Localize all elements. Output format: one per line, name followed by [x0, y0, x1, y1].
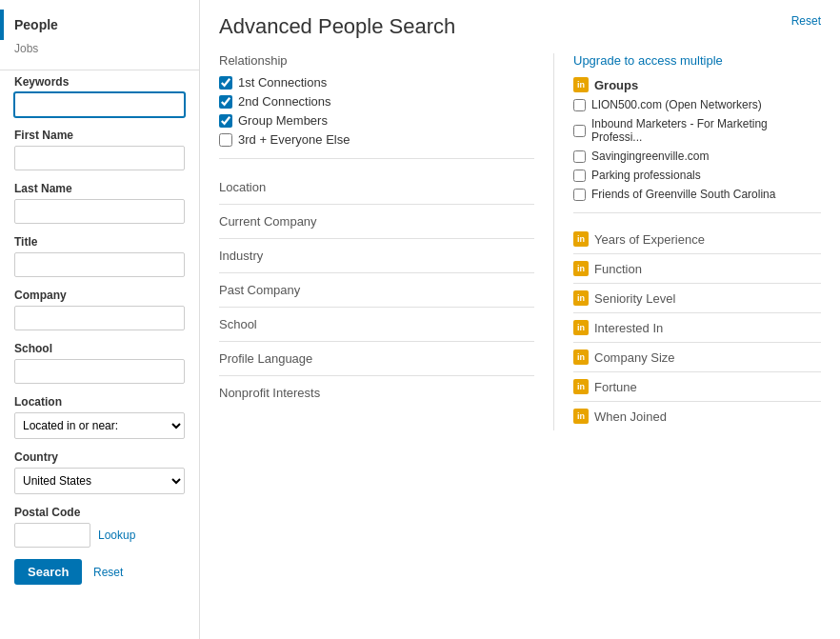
postal-row: Lookup [14, 523, 185, 548]
keywords-input[interactable] [14, 92, 185, 117]
when-joined-badge: in [573, 409, 589, 424]
search-form: Keywords First Name Last Name Title Comp… [0, 75, 199, 585]
title-group: Title [14, 235, 185, 277]
reset-button-bottom[interactable]: Reset [93, 566, 123, 579]
filter-past-company[interactable]: Past Company [219, 273, 534, 308]
years-exp-label: Years of Experience [594, 232, 705, 247]
checkbox-1st-label: 1st Connections [238, 75, 327, 90]
premium-fortune[interactable]: in Fortune [573, 372, 821, 402]
lastname-input[interactable] [14, 199, 185, 224]
checkbox-3rd-input[interactable] [219, 133, 232, 147]
years-exp-badge: in [573, 231, 589, 247]
checkbox-3rd-label: 3rd + Everyone Else [238, 132, 350, 147]
groups-in-badge: in [573, 77, 589, 92]
page-title: Advanced People Search [219, 14, 455, 39]
country-group: Country United StatesCanadaUnited Kingdo… [14, 450, 185, 494]
group-inbound-checkbox[interactable] [573, 125, 586, 137]
right-column: Upgrade to access multiple in Groups LIO… [554, 53, 821, 430]
filter-current-company[interactable]: Current Company [219, 205, 534, 239]
content-columns: Relationship 1st Connections 2nd Connect… [219, 53, 821, 430]
checkbox-group: Group Members [219, 113, 534, 128]
filter-location[interactable]: Location [219, 170, 534, 205]
title-input[interactable] [14, 252, 185, 277]
group-lion500: LION500.com (Open Networkers) [573, 98, 821, 111]
group-parking-label: Parking professionals [591, 169, 701, 182]
company-size-label: Company Size [594, 350, 675, 365]
premium-interested-in[interactable]: in Interested In [573, 313, 821, 343]
main-header: Advanced People Search Reset [219, 14, 821, 39]
function-label: Function [594, 262, 642, 276]
group-friends-greenville-label: Friends of Greenville South Carolina [591, 188, 775, 201]
premium-seniority[interactable]: in Seniority Level [573, 284, 821, 313]
interested-label: Interested In [594, 321, 663, 335]
location-group: Location Located in or near: [14, 395, 185, 439]
checkbox-3rd: 3rd + Everyone Else [219, 132, 534, 147]
upgrade-link[interactable]: Upgrade to access multiple [573, 53, 821, 68]
reset-link[interactable]: Reset [791, 14, 821, 28]
group-inbound-label: Inbound Marketers - For Marketing Profes… [591, 117, 821, 144]
filter-profile-language[interactable]: Profile Language [219, 342, 534, 376]
sidebar: People Jobs Keywords First Name Last Nam… [0, 0, 200, 639]
group-lion500-label: LION500.com (Open Networkers) [591, 98, 762, 111]
group-friends-greenville-checkbox[interactable] [573, 189, 586, 201]
school-input[interactable] [14, 359, 185, 384]
lookup-link[interactable]: Lookup [98, 529, 135, 542]
function-badge: in [573, 261, 589, 276]
fortune-badge: in [573, 379, 589, 394]
search-button[interactable]: Search [14, 559, 82, 585]
section-divider-right [573, 212, 821, 213]
filter-current-company-label: Current Company [219, 214, 317, 229]
country-label: Country [14, 450, 185, 464]
filter-location-label: Location [219, 180, 266, 194]
filter-school-label: School [219, 317, 257, 331]
section-divider-1 [219, 158, 534, 159]
group-friends-greenville: Friends of Greenville South Carolina [573, 188, 821, 201]
sidebar-people-label: People [14, 17, 58, 32]
left-column: Relationship 1st Connections 2nd Connect… [219, 53, 554, 430]
filter-nonprofit[interactable]: Nonprofit Interests [219, 376, 534, 409]
postal-label: Postal Code [14, 506, 185, 519]
premium-years-exp[interactable]: in Years of Experience [573, 225, 821, 254]
checkbox-group-label: Group Members [238, 113, 328, 128]
keywords-label: Keywords [14, 75, 185, 89]
checkbox-2nd-input[interactable] [219, 95, 232, 109]
filter-school[interactable]: School [219, 308, 534, 342]
company-group: Company [14, 289, 185, 330]
location-select[interactable]: Located in or near: [14, 412, 185, 439]
postal-group: Postal Code Lookup [14, 506, 185, 548]
premium-function[interactable]: in Function [573, 254, 821, 284]
premium-when-joined[interactable]: in When Joined [573, 402, 821, 430]
seniority-badge: in [573, 290, 589, 306]
filter-profile-language-label: Profile Language [219, 351, 312, 366]
groups-header-item: in Groups [573, 77, 821, 92]
firstname-input[interactable] [14, 146, 185, 170]
checkbox-1st-input[interactable] [219, 76, 232, 90]
active-indicator [0, 10, 4, 40]
interested-badge: in [573, 320, 589, 335]
premium-company-size[interactable]: in Company Size [573, 343, 821, 372]
group-savingreenville: Savingingreenville.com [573, 150, 821, 163]
sidebar-people-section: People [0, 10, 199, 40]
group-lion500-checkbox[interactable] [573, 99, 586, 111]
checkbox-2nd-label: 2nd Connections [238, 94, 331, 109]
filter-past-company-label: Past Company [219, 283, 300, 297]
groups-label: Groups [594, 78, 638, 92]
fortune-label: Fortune [594, 380, 637, 394]
filter-industry[interactable]: Industry [219, 239, 534, 273]
group-parking-checkbox[interactable] [573, 170, 586, 182]
postal-input[interactable] [14, 523, 90, 548]
keywords-group: Keywords [14, 75, 185, 117]
country-select[interactable]: United StatesCanadaUnited KingdomAustral… [14, 468, 185, 494]
checkbox-group-input[interactable] [219, 114, 232, 128]
search-actions: Search Reset [14, 559, 185, 585]
group-savingreenville-checkbox[interactable] [573, 150, 586, 163]
title-label: Title [14, 235, 185, 249]
sidebar-divider [0, 70, 199, 70]
firstname-label: First Name [14, 129, 185, 142]
company-input[interactable] [14, 306, 185, 330]
group-inbound: Inbound Marketers - For Marketing Profes… [573, 117, 821, 144]
group-parking: Parking professionals [573, 169, 821, 182]
sidebar-jobs-link[interactable]: Jobs [0, 40, 199, 65]
group-savingreenville-label: Savingingreenville.com [591, 150, 709, 163]
relationship-label: Relationship [219, 53, 534, 68]
